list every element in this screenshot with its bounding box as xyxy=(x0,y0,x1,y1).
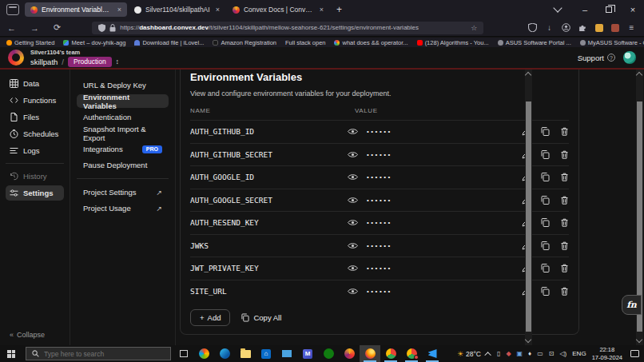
taskbar-firefox[interactable] xyxy=(360,345,380,362)
content-scrollbar[interactable] xyxy=(525,70,532,345)
reveal-value-eye-icon[interactable] xyxy=(348,219,358,226)
sidebar-item-functions[interactable]: Functions xyxy=(6,93,64,108)
close-button[interactable]: × xyxy=(622,1,644,18)
sidebar-item-settings[interactable]: Settings xyxy=(6,185,64,201)
tab-convex-docs[interactable]: Convex Docs | Convex Develope × xyxy=(227,2,329,17)
delete-trash-icon[interactable] xyxy=(560,196,569,205)
submenu-snapshot-import-export[interactable]: Snapshot Import & Export xyxy=(77,126,169,140)
taskbar-convex[interactable] xyxy=(339,345,360,362)
bookmark-meet[interactable]: Meet – dov-yhik-agg xyxy=(63,39,125,46)
taskbar-mail[interactable] xyxy=(276,345,297,362)
copy-icon[interactable] xyxy=(541,264,550,272)
bookmark-star-icon[interactable]: ☆ xyxy=(471,24,477,32)
taskbar-store[interactable]: ⌂ xyxy=(256,345,276,362)
scroll-down-icon[interactable] xyxy=(525,336,531,343)
copy-icon[interactable] xyxy=(541,196,550,205)
forward-button[interactable]: → xyxy=(23,23,46,33)
tab-close-icon[interactable]: × xyxy=(214,6,220,14)
team-name[interactable]: Silver1104's team xyxy=(30,49,119,56)
copy-icon[interactable] xyxy=(541,173,550,181)
bookmark-amazon[interactable]: Amazon Registration xyxy=(213,39,276,46)
new-tab-button[interactable]: + xyxy=(330,4,348,15)
reveal-value-eye-icon[interactable] xyxy=(348,151,358,158)
delete-trash-icon[interactable] xyxy=(560,264,569,272)
copy-icon[interactable] xyxy=(541,287,550,296)
sidebar-collapse-button[interactable]: « Collapse xyxy=(10,331,45,339)
scrollbar-thumb[interactable] xyxy=(526,101,531,332)
copy-icon[interactable] xyxy=(541,150,550,159)
taskbar-file-explorer[interactable] xyxy=(235,345,256,362)
deployment-env-badge[interactable]: Production xyxy=(68,57,112,67)
clock[interactable]: 22:1817-09-2024 xyxy=(592,346,622,361)
reveal-value-eye-icon[interactable] xyxy=(348,173,358,181)
submenu-environment-variables[interactable]: Environment Variables xyxy=(77,94,169,108)
support-button[interactable]: Support? xyxy=(578,54,615,62)
mic-icon[interactable]: ♦ xyxy=(528,350,531,357)
copy-icon[interactable] xyxy=(541,241,550,250)
delete-trash-icon[interactable] xyxy=(560,241,569,250)
restore-button[interactable] xyxy=(598,1,620,18)
url-bar[interactable]: https://dashboard.convex.dev/t/silver110… xyxy=(92,22,483,34)
extensions-icon[interactable] xyxy=(578,23,587,32)
submenu-integrations[interactable]: IntegrationsPRO xyxy=(77,142,169,156)
project-name[interactable]: skillpath xyxy=(30,58,58,66)
convex-logo-icon[interactable] xyxy=(8,50,24,66)
submenu-project-usage[interactable]: Project Usage↗ xyxy=(77,201,169,215)
scroll-up-icon[interactable] xyxy=(636,72,642,78)
delete-trash-icon[interactable] xyxy=(560,287,569,296)
weather-widget[interactable]: ☀28°C xyxy=(457,350,481,358)
extension-colorzilla-icon[interactable] xyxy=(611,24,619,32)
reveal-value-eye-icon[interactable] xyxy=(348,265,358,272)
action-center-icon[interactable] xyxy=(630,350,639,357)
bookmark-asus-portal[interactable]: ASUS Software Portal ... xyxy=(498,39,571,46)
scroll-up-icon[interactable] xyxy=(525,72,531,78)
add-variable-button[interactable]: +Add xyxy=(190,309,230,326)
minimize-button[interactable]: – xyxy=(574,1,596,18)
language-indicator[interactable]: ENG xyxy=(572,350,586,357)
submenu-pause-deployment[interactable]: Pause Deployment xyxy=(77,158,169,172)
lock-icon[interactable] xyxy=(109,24,116,32)
reveal-value-eye-icon[interactable] xyxy=(348,197,358,204)
submenu-url-deploy-key[interactable]: URL & Deploy Key xyxy=(77,78,169,92)
taskbar-chrome-profile[interactable] xyxy=(401,345,422,362)
submenu-authentication[interactable]: Authentication xyxy=(77,110,169,124)
extension-grammarly-icon[interactable] xyxy=(595,24,603,32)
sidebar-item-history[interactable]: History xyxy=(6,169,64,184)
downloads-icon[interactable]: ↓ xyxy=(545,23,554,32)
fn-widget-button[interactable]: fn xyxy=(622,295,642,315)
sidebar-item-files[interactable]: Files xyxy=(6,109,64,125)
volume-icon[interactable]: ◁) xyxy=(559,350,566,357)
scroll-down-icon[interactable] xyxy=(636,336,642,343)
bookmark-algorithms-youtube[interactable]: (128) Algorithms - You... xyxy=(417,39,489,46)
delete-trash-icon[interactable] xyxy=(560,173,569,181)
sidebar-item-logs[interactable]: Logs xyxy=(6,143,64,158)
search-input[interactable] xyxy=(44,350,148,358)
reveal-value-eye-icon[interactable] xyxy=(348,242,358,249)
taskbar-search[interactable] xyxy=(26,347,171,360)
list-all-tabs-icon[interactable] xyxy=(553,3,562,12)
bookmark-myasus[interactable]: MyASUS Software - G... xyxy=(580,39,644,46)
tab-close-icon[interactable]: × xyxy=(116,6,121,14)
back-button[interactable]: ← xyxy=(0,23,23,33)
copy-icon[interactable] xyxy=(541,218,550,227)
menu-icon[interactable]: ≡ xyxy=(627,23,636,32)
photos-icon[interactable]: ▣ xyxy=(517,350,523,357)
tracking-protection-icon[interactable] xyxy=(528,23,537,32)
delete-trash-icon[interactable] xyxy=(560,150,569,159)
sidebar-item-data[interactable]: Data xyxy=(6,76,64,91)
tab-github-skillpath[interactable]: Silver1104/skillpathAI × xyxy=(129,2,225,17)
tab-close-icon[interactable]: × xyxy=(318,6,324,14)
taskbar-edge[interactable] xyxy=(214,345,235,362)
display-icon[interactable]: ⊡ xyxy=(549,350,555,357)
taskbar-m-app[interactable]: M xyxy=(297,345,318,362)
bookmark-ilovepdf[interactable]: Download file | iLovel... xyxy=(134,39,204,46)
bookmark-fullstack-open[interactable]: Full stack open xyxy=(285,39,325,46)
deployment-selector-icon[interactable]: ↕ xyxy=(116,58,120,66)
firefox-view-icon[interactable] xyxy=(6,4,19,15)
shield-icon[interactable] xyxy=(98,24,105,32)
bookmark-getting-started[interactable]: Getting Started xyxy=(6,39,54,46)
account-icon[interactable] xyxy=(562,23,570,32)
bookmark-operator-search[interactable]: what does && operator... xyxy=(334,39,407,46)
taskbar-copilot[interactable] xyxy=(193,345,214,362)
tray-expand-icon[interactable] xyxy=(484,352,491,358)
